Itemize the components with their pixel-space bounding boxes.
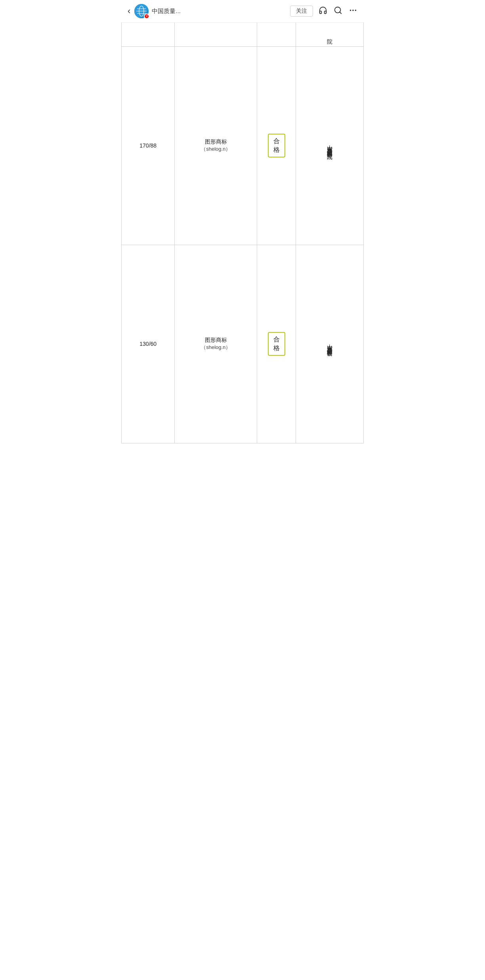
avatar: V — [134, 4, 149, 18]
svg-point-8 — [352, 10, 354, 11]
cell-size-2: 130/60 — [122, 245, 175, 443]
more-icon[interactable] — [349, 6, 357, 17]
org-text-2: 山东省产品质量检验研 — [327, 340, 333, 348]
org-text-1: 山东省产品质量检验研究院 — [327, 141, 333, 150]
org-partial-text: 院 — [327, 34, 333, 35]
cell-org-2: 山东省产品质量检验研 — [296, 245, 363, 443]
table-row: 130/60 图形商标 （shelog.n） 合格 山东省产品质量检验研 — [122, 245, 364, 443]
result-badge-1: 合格 — [268, 134, 285, 158]
mark-sub-2: （shelog.n） — [178, 344, 254, 351]
data-table: 院 170/88 图形商标 （shelog.n） 合格 山东省产 — [121, 23, 364, 443]
back-button[interactable]: ‹ — [128, 7, 130, 15]
mark-text-2: 图形商标 — [178, 337, 254, 344]
cell-org-1: 山东省产品质量检验研究院 — [296, 46, 363, 245]
account-name: 中国质量... — [152, 8, 290, 15]
headphone-icon[interactable] — [319, 6, 327, 17]
mark-text-1: 图形商标 — [178, 138, 254, 146]
svg-line-6 — [340, 12, 341, 13]
result-badge-2: 合格 — [268, 332, 285, 356]
cell-result-1: 合格 — [257, 46, 296, 245]
mark-sub-1: （shelog.n） — [178, 146, 254, 153]
cell-mark-1: 图形商标 （shelog.n） — [175, 46, 257, 245]
svg-point-7 — [350, 10, 351, 11]
follow-button[interactable]: 关注 — [290, 6, 313, 17]
cell-org-partial: 院 — [296, 23, 363, 46]
cell-size-1: 170/88 — [122, 46, 175, 245]
cell-mark-partial — [175, 23, 257, 46]
cell-result-2: 合格 — [257, 245, 296, 443]
cell-result-partial — [257, 23, 296, 46]
nav-bar: ‹ V 中国质量... 关注 — [121, 0, 364, 23]
table-row: 170/88 图形商标 （shelog.n） 合格 山东省产品质量检验研究院 — [122, 46, 364, 245]
avatar-badge: V — [144, 13, 149, 19]
cell-mark-2: 图形商标 （shelog.n） — [175, 245, 257, 443]
svg-point-9 — [355, 10, 357, 11]
search-icon[interactable] — [334, 6, 342, 17]
nav-icons — [319, 6, 357, 17]
table-row-partial: 院 — [122, 23, 364, 46]
cell-size-partial — [122, 23, 175, 46]
